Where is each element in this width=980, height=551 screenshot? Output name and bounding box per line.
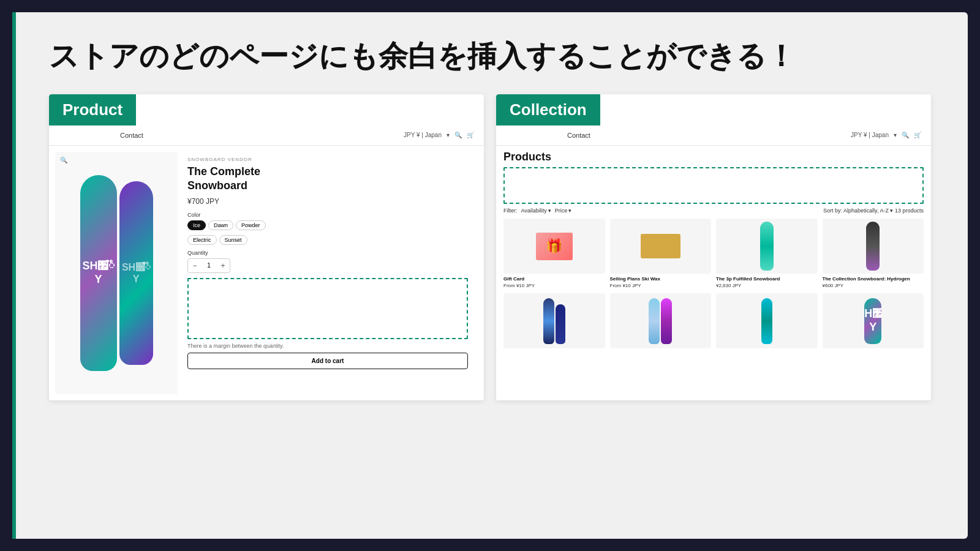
product-name: The Complete Snowboard (187, 165, 468, 193)
collection-nav-contact[interactable]: Contact (567, 132, 590, 139)
product-card-b2 (610, 293, 712, 351)
products-grid-bottom (503, 293, 924, 351)
pink-purple-board (661, 298, 672, 344)
dark-board-visual (866, 222, 880, 271)
collection-screenshot: Contact JPY ¥ | Japan ▾ 🔍 🛒 Products Fil… (496, 125, 931, 400)
teal-board-price: ¥2,630 JPY (716, 283, 818, 288)
product-nav-right: JPY ¥ | Japan ▾ 🔍 🛒 (404, 132, 474, 138)
chevron-down-icon: ▾ (447, 132, 450, 138)
b2-visual (646, 296, 674, 347)
color-btn-powder[interactable]: Powder (236, 220, 266, 230)
purple-blue-board (543, 298, 554, 344)
filter-right: Sort by: Alphabetically, A-Z ▾ 13 produc… (823, 208, 924, 214)
wax-visual (641, 234, 680, 258)
b2-img (610, 293, 712, 348)
search-icon[interactable]: 🔍 (454, 132, 462, 138)
qty-decrease-btn[interactable]: − (188, 259, 202, 272)
sort-label: Sort by: (823, 208, 842, 214)
color-btn-electric[interactable]: Electric (187, 235, 217, 245)
qty-control: − 1 + (187, 258, 230, 273)
product-screenshot: Contact JPY ¥ | Japan ▾ 🔍 🛒 🔍 (49, 125, 484, 400)
color-options: Ice Dawn Powder (187, 220, 468, 230)
product-card-b3 (716, 293, 818, 351)
b1-img (503, 293, 605, 348)
dark-board-price: ¥600 JPY (823, 283, 924, 288)
margin-note: There is a margin between the quantity. (187, 343, 468, 349)
product-card-dark: The Collection Snowboard: Hydrogen ¥600 … (823, 219, 924, 288)
wax-price: From ¥10 JPY (610, 283, 712, 288)
price-chevron-icon: ▾ (568, 208, 571, 214)
color-options-row2: Electric Sunset (187, 235, 468, 245)
products-grid: Gift Card From ¥10 JPY Selling Plans Ski… (503, 219, 924, 288)
filter-left: Filter: Availability ▾ Price ▾ (503, 208, 571, 214)
teal-board-visual (760, 222, 774, 271)
gift-card-price: From ¥10 JPY (503, 283, 605, 288)
color-btn-ice[interactable]: Ice (187, 220, 206, 230)
b3-visual (759, 296, 775, 347)
collection-spacer-dashed (503, 167, 924, 204)
b4-visual (862, 296, 884, 347)
currency-selector[interactable]: JPY ¥ | Japan (404, 132, 442, 138)
gift-card-visual (536, 233, 573, 260)
product-content: 🔍 SNOWBOARD VENDOR The Complete Snowboar… (49, 146, 484, 400)
availability-filter[interactable]: Availability ▾ (521, 208, 551, 214)
product-card-wax: Selling Plans Ski Wax From ¥10 JPY (610, 219, 712, 288)
zoom-icon[interactable]: 🔍 (60, 157, 67, 163)
add-to-cart-btn[interactable]: Add to cart (187, 353, 468, 369)
product-nav-contact[interactable]: Contact (120, 132, 143, 139)
color-btn-sunset[interactable]: Sunset (219, 235, 247, 245)
product-price: ¥700 JPY (187, 197, 468, 206)
b3-img (716, 293, 818, 348)
product-image-area: 🔍 (55, 152, 178, 394)
col-chevron-down-icon: ▾ (894, 132, 897, 138)
product-count: 13 products (895, 208, 924, 214)
product-card-teal: The 3p Fulfilled Snowboard ¥2,630 JPY (716, 219, 818, 288)
filter-bar: Filter: Availability ▾ Price ▾ Sort by: … (503, 208, 924, 214)
cart-icon[interactable]: 🛒 (467, 132, 474, 138)
b4-board-left (864, 298, 881, 344)
price-filter[interactable]: Price ▾ (555, 208, 572, 214)
collection-nav-right: JPY ¥ | Japan ▾ 🔍 🛒 (851, 132, 921, 138)
dark-blue-board (556, 304, 565, 344)
qty-increase-btn[interactable]: + (216, 259, 230, 272)
white-blue-board (649, 298, 660, 344)
collection-content: Products Filter: Availability ▾ Price ▾ (496, 146, 931, 400)
product-card-b1 (503, 293, 605, 351)
teal-board-name: The 3p Fulfilled Snowboard (716, 276, 818, 282)
gift-card-img (503, 219, 605, 274)
gift-card-name: Gift Card (503, 276, 605, 282)
qty-value: 1 (202, 262, 216, 269)
col-cart-icon[interactable]: 🛒 (914, 132, 921, 138)
snowboard-image (80, 169, 153, 377)
availability-chevron-icon: ▾ (548, 208, 551, 214)
b4-img (823, 293, 924, 348)
product-badge: Product (49, 94, 136, 126)
dark-board-img (823, 219, 924, 274)
main-container: ストアのどのページにも余白を挿入することができる！ Product Contac… (12, 12, 968, 539)
color-btn-dawn[interactable]: Dawn (208, 220, 233, 230)
accent-bar (12, 12, 16, 539)
teal-green-board (761, 298, 772, 344)
product-spacer-dashed (187, 278, 468, 339)
board-right (119, 181, 153, 365)
panels-row: Product Contact JPY ¥ | Japan ▾ 🔍 🛒 (12, 94, 968, 400)
page-title: ストアのどのページにも余白を挿入することができる！ (12, 12, 968, 94)
collection-nav: Contact JPY ¥ | Japan ▾ 🔍 🛒 (496, 125, 931, 146)
sort-chevron-icon: ▾ (890, 208, 893, 214)
wax-name: Selling Plans Ski Wax (610, 276, 712, 282)
col-currency-selector[interactable]: JPY ¥ | Japan (851, 132, 889, 138)
collection-badge: Collection (496, 94, 600, 126)
product-card-gift: Gift Card From ¥10 JPY (503, 219, 605, 288)
wax-img (610, 219, 712, 274)
board-left (80, 175, 117, 371)
product-nav: Contact JPY ¥ | Japan ▾ 🔍 🛒 (49, 125, 484, 146)
qty-label: Quantity (187, 250, 468, 256)
teal-board-img (716, 219, 818, 274)
collection-title: Products (503, 151, 924, 163)
color-label: Color (187, 212, 468, 218)
product-details: SNOWBOARD VENDOR The Complete Snowboard … (178, 152, 478, 394)
col-search-icon[interactable]: 🔍 (902, 132, 909, 138)
product-card-b4 (823, 293, 924, 351)
sort-value[interactable]: Alphabetically, A-Z (843, 208, 889, 214)
b1-visual (541, 296, 568, 347)
